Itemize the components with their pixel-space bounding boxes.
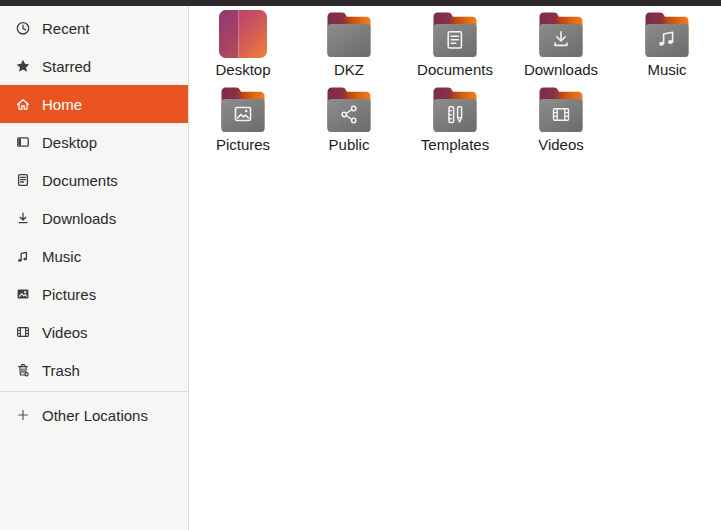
file-grid: Desktop DKZ Documents bbox=[190, 6, 721, 530]
folder-music-icon bbox=[643, 10, 691, 58]
sidebar-item-music[interactable]: Music bbox=[0, 237, 188, 275]
sidebar-item-desktop[interactable]: Desktop bbox=[0, 123, 188, 161]
folder-public[interactable]: Public bbox=[296, 85, 402, 152]
folder-music[interactable]: Music bbox=[614, 10, 720, 77]
folder-templates[interactable]: Templates bbox=[402, 85, 508, 152]
desktop-icon bbox=[14, 134, 32, 150]
file-label: Downloads bbox=[524, 62, 598, 77]
sidebar-item-trash[interactable]: Trash bbox=[0, 351, 188, 389]
music-note-icon bbox=[14, 248, 32, 264]
file-label: Music bbox=[647, 62, 686, 77]
file-label: Desktop bbox=[215, 62, 270, 77]
folder-pictures-icon bbox=[219, 85, 267, 133]
sidebar-item-home[interactable]: Home bbox=[0, 85, 188, 123]
plus-icon bbox=[14, 407, 32, 423]
picture-icon bbox=[14, 286, 32, 302]
file-label: Pictures bbox=[216, 137, 270, 152]
folder-pictures[interactable]: Pictures bbox=[190, 85, 296, 152]
sidebar-item-label: Desktop bbox=[42, 134, 97, 151]
folder-desktop[interactable]: Desktop bbox=[190, 10, 296, 77]
folder-public-share-icon bbox=[325, 85, 373, 133]
sidebar-item-recent[interactable]: Recent bbox=[0, 9, 188, 47]
file-label: Documents bbox=[417, 62, 493, 77]
folder-documents-icon bbox=[431, 10, 479, 58]
folder-templates-icon bbox=[431, 85, 479, 133]
sidebar-item-starred[interactable]: Starred bbox=[0, 47, 188, 85]
file-label: Templates bbox=[421, 137, 489, 152]
clock-icon bbox=[14, 20, 32, 36]
folder-dkz[interactable]: DKZ bbox=[296, 10, 402, 77]
desktop-gradient-tile-icon bbox=[219, 10, 267, 58]
sidebar-item-label: Other Locations bbox=[42, 407, 148, 424]
folder-videos-icon bbox=[537, 85, 585, 133]
sidebar-item-label: Downloads bbox=[42, 210, 116, 227]
sidebar-item-label: Recent bbox=[42, 20, 90, 37]
file-label: Videos bbox=[538, 137, 584, 152]
document-icon bbox=[14, 172, 32, 188]
folder-documents[interactable]: Documents bbox=[402, 10, 508, 77]
film-icon bbox=[14, 324, 32, 340]
sidebar-item-label: Videos bbox=[42, 324, 88, 341]
download-icon bbox=[14, 210, 32, 226]
sidebar-item-downloads[interactable]: Downloads bbox=[0, 199, 188, 237]
folder-downloads-icon bbox=[537, 10, 585, 58]
sidebar-item-label: Music bbox=[42, 248, 81, 265]
sidebar-item-label: Home bbox=[42, 96, 82, 113]
sidebar-item-label: Starred bbox=[42, 58, 91, 75]
folder-downloads[interactable]: Downloads bbox=[508, 10, 614, 77]
sidebar-item-other-locations[interactable]: Other Locations bbox=[0, 396, 188, 434]
folder-icon bbox=[325, 10, 373, 58]
sidebar-item-label: Documents bbox=[42, 172, 118, 189]
star-icon bbox=[14, 58, 32, 74]
sidebar-item-documents[interactable]: Documents bbox=[0, 161, 188, 199]
file-label: DKZ bbox=[334, 62, 364, 77]
file-label: Public bbox=[329, 137, 370, 152]
trash-icon bbox=[14, 362, 32, 378]
sidebar-item-pictures[interactable]: Pictures bbox=[0, 275, 188, 313]
sidebar-item-label: Pictures bbox=[42, 286, 96, 303]
home-icon bbox=[14, 96, 32, 112]
folder-videos[interactable]: Videos bbox=[508, 85, 614, 152]
sidebar-item-videos[interactable]: Videos bbox=[0, 313, 188, 351]
sidebar-separator bbox=[0, 391, 188, 392]
places-sidebar: Recent Starred Home Desktop bbox=[0, 6, 189, 530]
sidebar-item-label: Trash bbox=[42, 362, 80, 379]
